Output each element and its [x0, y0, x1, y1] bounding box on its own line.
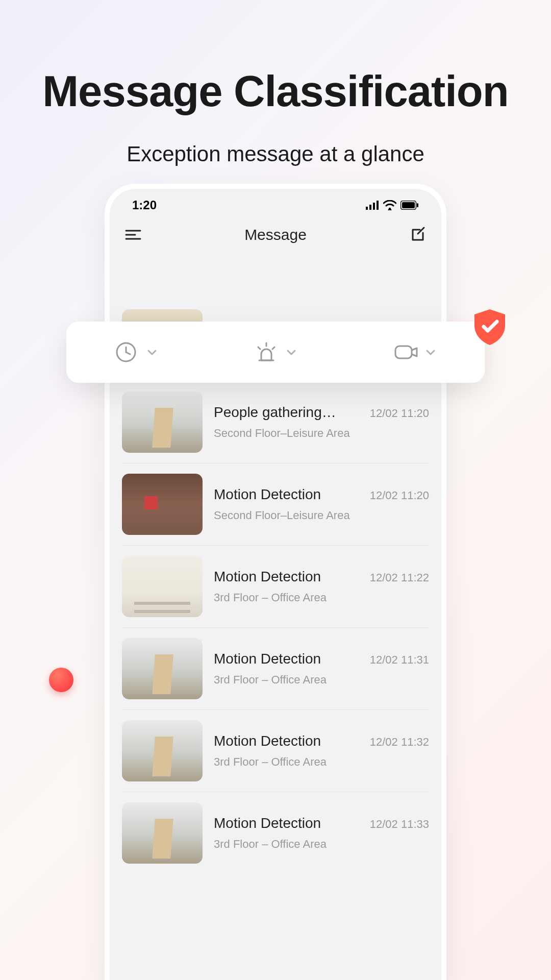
chevron-down-icon — [146, 347, 158, 358]
message-item[interactable]: Motion Detection12/02 11:313rd Floor – O… — [122, 628, 429, 710]
message-location: 3rd Floor – Office Area — [214, 755, 429, 769]
app-header: Message — [110, 216, 441, 254]
message-title: Motion Detection — [214, 486, 321, 503]
svg-rect-3 — [377, 201, 379, 210]
page-title: Message — [244, 226, 307, 243]
message-time: 12/02 11:20 — [370, 407, 429, 420]
message-thumbnail — [122, 556, 203, 617]
message-time: 12/02 11:20 — [370, 489, 429, 502]
filter-alert[interactable] — [254, 341, 297, 363]
message-location: Second Floor–Leisure Area — [214, 427, 429, 440]
message-item[interactable]: Motion Detection12/02 11:333rd Floor – O… — [122, 792, 429, 874]
message-location: 3rd Floor – Office Area — [214, 591, 429, 604]
svg-rect-1 — [369, 205, 371, 210]
message-location: 3rd Floor – Office Area — [214, 673, 429, 687]
message-body: Motion Detection12/02 11:333rd Floor – O… — [214, 815, 429, 851]
hero-title: Message Classification — [0, 66, 551, 116]
filter-time[interactable] — [115, 341, 158, 363]
message-title: People gathering… — [214, 404, 336, 421]
svg-rect-6 — [402, 202, 415, 208]
svg-rect-9 — [395, 346, 412, 358]
compose-icon[interactable] — [409, 226, 427, 244]
filter-bar — [66, 322, 485, 383]
svg-point-4 — [389, 208, 391, 210]
message-title: Motion Detection — [214, 815, 321, 831]
filter-camera[interactable] — [393, 341, 436, 363]
svg-rect-2 — [373, 203, 375, 210]
message-thumbnail — [122, 638, 203, 699]
status-bar: 1:20 — [110, 189, 441, 216]
message-item[interactable]: Motion Detection12/02 11:223rd Floor – O… — [122, 546, 429, 628]
message-body: People gathering…12/02 11:20Second Floor… — [214, 404, 429, 440]
svg-rect-0 — [366, 207, 368, 210]
message-thumbnail — [122, 474, 203, 535]
message-thumbnail — [122, 720, 203, 781]
message-item[interactable]: People gathering…12/02 11:20Second Floor… — [122, 381, 429, 463]
shield-badge — [469, 306, 510, 347]
status-time: 1:20 — [132, 198, 157, 212]
svg-rect-7 — [417, 203, 418, 207]
message-body: Motion Detection12/02 11:313rd Floor – O… — [214, 651, 429, 687]
status-indicators — [366, 200, 419, 210]
camera-icon — [393, 341, 416, 363]
decorative-dot — [49, 668, 73, 692]
message-title: Motion Detection — [214, 569, 321, 585]
wifi-icon — [383, 200, 396, 210]
battery-icon — [400, 201, 419, 210]
siren-icon — [254, 341, 277, 363]
message-thumbnail — [122, 802, 203, 864]
clock-icon — [115, 341, 137, 363]
message-time: 12/02 11:22 — [370, 571, 429, 584]
message-item[interactable]: Motion Detection12/02 11:323rd Floor – O… — [122, 710, 429, 792]
cellular-icon — [366, 201, 379, 210]
message-title: Motion Detection — [214, 651, 321, 667]
message-time: 12/02 11:31 — [370, 653, 429, 667]
message-item[interactable]: Motion Detection12/02 11:20Second Floor–… — [122, 463, 429, 546]
message-time: 12/02 11:33 — [370, 818, 429, 831]
menu-icon[interactable] — [124, 226, 142, 244]
message-body: Motion Detection12/02 11:20Second Floor–… — [214, 486, 429, 522]
chevron-down-icon — [286, 347, 297, 358]
message-thumbnail — [122, 391, 203, 453]
phone-mockup: 1:20 Message People gathering…12/02 10:0… — [105, 184, 446, 980]
message-location: 3rd Floor – Office Area — [214, 838, 429, 851]
message-location: Second Floor–Leisure Area — [214, 509, 429, 522]
message-title: Motion Detection — [214, 733, 321, 749]
message-body: Motion Detection12/02 11:323rd Floor – O… — [214, 733, 429, 769]
hero-subtitle: Exception message at a glance — [0, 142, 551, 166]
message-time: 12/02 11:32 — [370, 736, 429, 749]
message-body: Motion Detection12/02 11:223rd Floor – O… — [214, 569, 429, 604]
chevron-down-icon — [425, 347, 436, 358]
